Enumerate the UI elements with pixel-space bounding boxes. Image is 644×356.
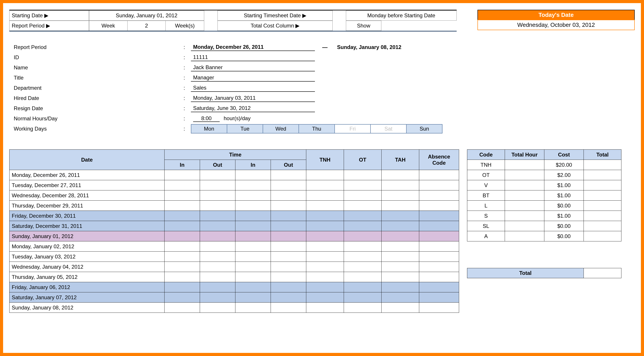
cell-input[interactable] — [236, 180, 271, 190]
cell-input[interactable] — [344, 272, 382, 282]
cell-input[interactable] — [382, 272, 419, 282]
cell-input[interactable] — [306, 292, 344, 302]
cell-input[interactable] — [306, 252, 344, 262]
cell-input[interactable] — [271, 272, 306, 282]
cell-input[interactable] — [236, 211, 271, 221]
cell-input[interactable] — [200, 211, 236, 221]
cell-input[interactable] — [419, 241, 459, 252]
cell-input[interactable] — [200, 252, 236, 262]
cell-input[interactable] — [236, 231, 271, 241]
cell-input[interactable] — [382, 231, 419, 241]
cell-input[interactable] — [382, 170, 419, 180]
cell-blank[interactable] — [584, 180, 622, 190]
cell-input[interactable] — [200, 272, 236, 282]
cell-input[interactable] — [419, 272, 459, 282]
starting-date-value[interactable]: Sunday, January 01, 2012 — [89, 11, 204, 21]
cell-input[interactable] — [419, 292, 459, 302]
day-sun[interactable]: Sun — [406, 124, 442, 133]
day-sat[interactable]: Sat — [370, 124, 406, 133]
cell-input[interactable] — [164, 292, 200, 302]
cell-input[interactable] — [271, 180, 306, 190]
cell-input[interactable] — [344, 221, 382, 231]
cell-input[interactable] — [200, 190, 236, 201]
cell-blank[interactable] — [505, 190, 544, 201]
cell-input[interactable] — [271, 302, 306, 313]
cell-blank[interactable] — [584, 160, 622, 170]
cell-input[interactable] — [344, 302, 382, 313]
cell-input[interactable] — [200, 241, 236, 252]
day-fri[interactable]: Fri — [334, 124, 371, 133]
cell-input[interactable] — [236, 272, 271, 282]
cell-input[interactable] — [236, 302, 271, 313]
cell-input[interactable] — [200, 292, 236, 302]
id-value[interactable]: 11111 — [191, 54, 315, 61]
cell-input[interactable] — [271, 252, 306, 262]
cell-input[interactable] — [271, 292, 306, 302]
cell-input[interactable] — [271, 241, 306, 252]
cell-input[interactable] — [200, 231, 236, 241]
hours-value[interactable]: 8:00 — [193, 115, 220, 122]
cell-blank[interactable] — [584, 211, 622, 221]
cell-input[interactable] — [164, 302, 200, 313]
cell-input[interactable] — [344, 211, 382, 221]
cell-input[interactable] — [271, 170, 306, 180]
cell-input[interactable] — [306, 241, 344, 252]
cell-input[interactable] — [382, 221, 419, 231]
cell-input[interactable] — [382, 302, 419, 313]
cell-blank[interactable] — [505, 160, 544, 170]
cell-input[interactable] — [306, 201, 344, 211]
cell-input[interactable] — [382, 201, 419, 211]
cell-input[interactable] — [344, 262, 382, 272]
cell-input[interactable] — [344, 231, 382, 241]
cell-input[interactable] — [236, 221, 271, 231]
cell-input[interactable] — [382, 241, 419, 252]
cell-input[interactable] — [164, 282, 200, 292]
cell-input[interactable] — [164, 221, 200, 231]
day-thu[interactable]: Thu — [298, 124, 335, 133]
cell-input[interactable] — [271, 221, 306, 231]
cell-input[interactable] — [419, 231, 459, 241]
cell-input[interactable] — [200, 170, 236, 180]
day-mon[interactable]: Mon — [191, 124, 227, 133]
cell-input[interactable] — [419, 302, 459, 313]
cell-input[interactable] — [200, 262, 236, 272]
cell-input[interactable] — [271, 231, 306, 241]
cell-blank[interactable] — [505, 170, 544, 180]
cell-input[interactable] — [164, 201, 200, 211]
cell-input[interactable] — [200, 282, 236, 292]
cell-blank[interactable] — [505, 180, 544, 190]
cell-input[interactable] — [200, 221, 236, 231]
dept-value[interactable]: Sales — [191, 84, 315, 92]
cell-input[interactable] — [344, 190, 382, 201]
cell-input[interactable] — [306, 262, 344, 272]
cell-blank[interactable] — [584, 201, 622, 211]
cell-input[interactable] — [164, 231, 200, 241]
cell-input[interactable] — [271, 282, 306, 292]
cell-input[interactable] — [164, 180, 200, 190]
cell-input[interactable] — [419, 221, 459, 231]
day-wed[interactable]: Wed — [263, 124, 299, 133]
cell-input[interactable] — [236, 190, 271, 201]
cell-input[interactable] — [236, 282, 271, 292]
cell-input[interactable] — [419, 252, 459, 262]
cell-input[interactable] — [306, 282, 344, 292]
cell-input[interactable] — [200, 201, 236, 211]
cell-input[interactable] — [382, 211, 419, 221]
cell-input[interactable] — [271, 262, 306, 272]
cell-input[interactable] — [164, 190, 200, 201]
report-period-value[interactable]: Week 2 Week(s) — [89, 21, 204, 31]
cell-input[interactable] — [306, 302, 344, 313]
total-cost-value[interactable]: Show — [346, 21, 381, 31]
rp-week-num[interactable]: 2 — [128, 21, 166, 31]
cell-input[interactable] — [419, 170, 459, 180]
cell-input[interactable] — [419, 282, 459, 292]
cell-input[interactable] — [344, 241, 382, 252]
cell-blank[interactable] — [505, 231, 544, 241]
cell-input[interactable] — [419, 180, 459, 190]
cell-blank[interactable] — [584, 221, 622, 231]
cell-input[interactable] — [200, 302, 236, 313]
cell-input[interactable] — [344, 170, 382, 180]
cell-input[interactable] — [382, 282, 419, 292]
cell-input[interactable] — [164, 272, 200, 282]
hired-value[interactable]: Monday, January 03, 2011 — [191, 94, 315, 102]
